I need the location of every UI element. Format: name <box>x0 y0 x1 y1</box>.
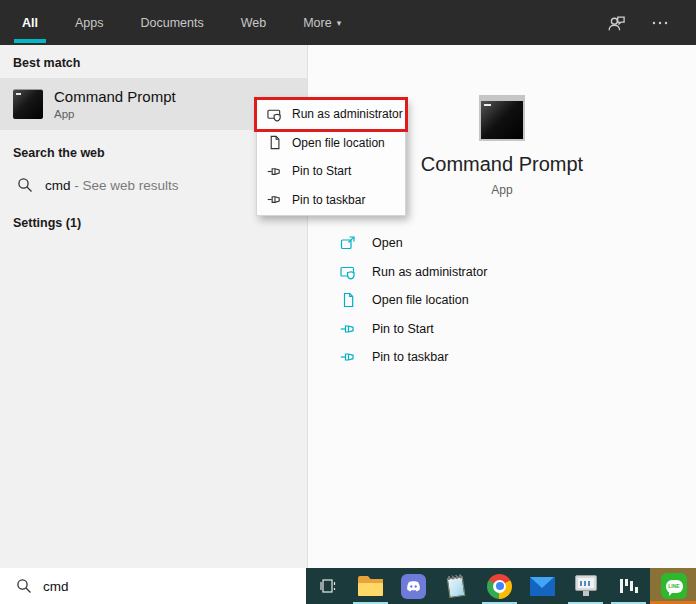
action-run-as-administrator[interactable]: Run as administrator <box>308 258 696 287</box>
pin-icon <box>267 192 282 207</box>
line-icon: LINE <box>661 573 687 599</box>
menu-item-pin-to-start[interactable]: Pin to Start <box>257 157 405 186</box>
open-icon <box>340 235 356 251</box>
pin-icon <box>340 321 356 337</box>
search-input[interactable] <box>43 579 273 594</box>
taskbar-app-mail[interactable] <box>521 568 564 604</box>
action-pin-to-start[interactable]: Pin to Start <box>308 315 696 344</box>
web-query: cmd <box>45 178 71 193</box>
file-location-icon <box>267 135 282 150</box>
run-as-admin-icon <box>340 264 356 280</box>
equalizer-icon <box>618 575 640 597</box>
task-view-button[interactable] <box>306 568 349 604</box>
result-title: Command Prompt <box>54 88 176 105</box>
taskbar-search-box[interactable] <box>0 568 306 604</box>
menu-item-open-file-location[interactable]: Open file location <box>257 129 405 158</box>
chrome-icon <box>487 574 512 599</box>
web-hint: - See web results <box>71 178 179 193</box>
notepad-icon <box>444 573 470 599</box>
chevron-down-icon: ▾ <box>337 18 342 28</box>
run-as-admin-icon <box>267 107 282 122</box>
search-icon <box>16 578 32 594</box>
pin-icon <box>340 349 356 365</box>
tab-apps[interactable]: Apps <box>73 0 106 45</box>
action-open[interactable]: Open <box>308 229 696 258</box>
tab-all[interactable]: All <box>20 0 40 45</box>
preview-actions: Open Run as administrator Open file loca… <box>308 229 696 372</box>
taskbar-app-notepad[interactable] <box>435 568 478 604</box>
taskbar-app-discord[interactable] <box>392 568 435 604</box>
file-explorer-icon <box>358 576 383 596</box>
menu-item-pin-to-taskbar[interactable]: Pin to taskbar <box>257 186 405 215</box>
taskbar-app-equalizer[interactable] <box>607 568 650 604</box>
discord-icon <box>401 574 426 599</box>
context-menu: Run as administrator Open file location … <box>256 98 406 216</box>
command-prompt-icon <box>13 89 43 119</box>
action-pin-to-taskbar[interactable]: Pin to taskbar <box>308 343 696 372</box>
tab-web[interactable]: Web <box>239 0 268 45</box>
command-prompt-icon-large <box>479 95 525 141</box>
best-match-header: Best match <box>0 45 307 78</box>
taskbar-app-file-explorer[interactable] <box>349 568 392 604</box>
topbar-actions <box>606 0 696 45</box>
taskbar: LINE <box>0 568 696 604</box>
windows-search-screen: All Apps Documents Web More▾ Best match <box>0 0 696 604</box>
taskbar-app-line[interactable]: LINE <box>650 568 696 604</box>
result-subtitle: App <box>54 108 176 120</box>
mail-icon <box>530 577 555 596</box>
tab-documents[interactable]: Documents <box>138 0 205 45</box>
tab-more[interactable]: More▾ <box>301 0 343 45</box>
taskbar-app-chrome[interactable] <box>478 568 521 604</box>
feedback-person-icon[interactable] <box>606 13 626 33</box>
pin-icon <box>267 164 282 179</box>
task-view-icon <box>318 577 338 595</box>
action-open-file-location[interactable]: Open file location <box>308 286 696 315</box>
search-icon <box>17 177 33 193</box>
ellipsis-icon[interactable] <box>650 13 670 33</box>
search-filter-bar: All Apps Documents Web More▾ <box>0 0 696 45</box>
taskbar-app-media-viewer[interactable] <box>564 568 607 604</box>
file-location-icon <box>340 292 356 308</box>
menu-item-run-as-administrator[interactable]: Run as administrator <box>257 100 405 129</box>
media-viewer-icon <box>573 575 599 597</box>
